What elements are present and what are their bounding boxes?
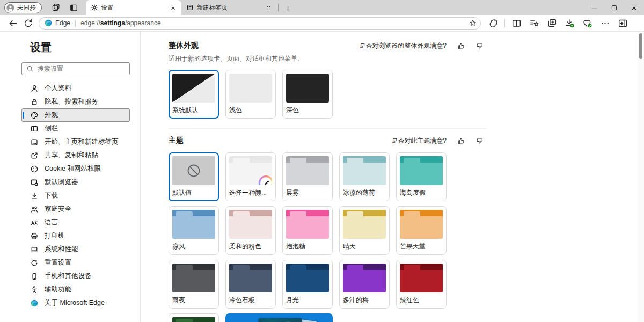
tab-new-tab[interactable]: 新建标签页 bbox=[181, 0, 277, 15]
address-bar[interactable]: Edge | edge://settings/appearance bbox=[39, 17, 481, 30]
copilot-icon[interactable] bbox=[485, 16, 501, 30]
search-input[interactable] bbox=[38, 65, 118, 72]
sidebar-item-about-edge[interactable]: 关于 Microsoft Edge bbox=[21, 296, 130, 310]
sidebar-item-label: 隐私、搜索和服务 bbox=[45, 97, 98, 106]
sidebar-item-privacy[interactable]: 隐私、搜索和服务 bbox=[21, 95, 130, 108]
minimize-button[interactable] bbox=[584, 0, 604, 15]
sidebar-item-label: 手机和其他设备 bbox=[45, 272, 92, 281]
reset-settings-icon bbox=[30, 259, 39, 267]
sidebar-panel-icon[interactable] bbox=[614, 16, 631, 30]
appearance-preview-light bbox=[229, 74, 272, 103]
card-label: 凉风 bbox=[172, 242, 215, 251]
tab-settings[interactable]: 设置 bbox=[86, 0, 181, 15]
settings-content: 整体外观 是否对浏览器的整体外观满意? 适用于新的选项卡、页面、对话框和其他菜单… bbox=[141, 32, 644, 322]
color-picker-badge[interactable] bbox=[259, 175, 272, 185]
theme-card-juicy-plum[interactable]: 多汁的梅 bbox=[339, 260, 390, 309]
downloads-icon[interactable] bbox=[561, 16, 577, 30]
refresh-button[interactable] bbox=[20, 16, 35, 30]
search-box[interactable] bbox=[21, 62, 130, 75]
page-title: 设置 bbox=[30, 40, 140, 55]
theme-preview-morning-mist bbox=[286, 156, 329, 185]
favorites-icon[interactable] bbox=[526, 16, 542, 30]
browser-essentials-icon[interactable] bbox=[579, 16, 595, 30]
theme-card-morning-mist[interactable]: 晨雾 bbox=[282, 152, 333, 201]
collections-icon[interactable] bbox=[544, 16, 560, 30]
tab-bar: 未同步 设置 新建标签页 bbox=[0, 0, 644, 15]
sidebar-item-sidebar[interactable]: 侧栏 bbox=[21, 122, 130, 135]
sidebar-item-phone-devices[interactable]: 手机和其他设备 bbox=[21, 269, 130, 283]
appearance-icon bbox=[30, 111, 39, 120]
appearance-preview-system-default bbox=[172, 74, 215, 103]
sidebar-item-languages[interactable]: 语言 bbox=[21, 216, 130, 229]
sidebar-item-default-browser[interactable]: 默认浏览器 bbox=[21, 175, 130, 189]
sidebar-item-reset-settings[interactable]: 重置设置 bbox=[21, 256, 130, 269]
theme-card-forest-green[interactable] bbox=[169, 313, 219, 322]
sidebar-item-label: 系统和性能 bbox=[45, 245, 78, 254]
theme-card-cool-mint[interactable]: 冰凉的薄荷 bbox=[339, 152, 390, 201]
theme-card-bubblegum[interactable]: 泡泡糖 bbox=[282, 206, 333, 255]
phone-devices-icon bbox=[30, 272, 39, 281]
sidebar-item-accessibility[interactable]: 辅助功能 bbox=[21, 283, 130, 296]
avatar-icon bbox=[6, 4, 14, 12]
close-window-button[interactable] bbox=[624, 0, 644, 15]
scrollbar[interactable] bbox=[638, 32, 644, 322]
tab-actions-icon[interactable] bbox=[67, 1, 82, 14]
appearance-option-dark[interactable]: 深色 bbox=[282, 70, 333, 119]
sidebar-item-label: 外观 bbox=[45, 111, 58, 120]
back-button[interactable] bbox=[5, 16, 20, 30]
maximize-button[interactable] bbox=[604, 0, 624, 15]
theme-card-spicy-red[interactable]: 辣红色 bbox=[396, 260, 447, 309]
profile-button[interactable]: 未同步 bbox=[4, 2, 42, 13]
sidebar-item-appearance[interactable]: 外观 bbox=[21, 108, 130, 122]
thumbs-up-icon[interactable] bbox=[454, 135, 468, 146]
new-tab-button[interactable] bbox=[281, 2, 296, 15]
edge-logo-icon bbox=[44, 19, 53, 27]
sidebar-item-profiles[interactable]: 个人资料 bbox=[21, 82, 130, 95]
theme-card-default[interactable]: 默认值 bbox=[169, 152, 219, 201]
theme-gallery-card[interactable] bbox=[225, 313, 333, 322]
sidebar-item-downloads[interactable]: 下载 bbox=[21, 189, 130, 202]
sidebar-item-start-home-newtab[interactable]: 开始、主页和新建标签页 bbox=[21, 135, 130, 149]
theme-grid: 默认值选择一种颜...晨雾冰凉的薄荷海岛度假凉风柔和的粉色泡泡糖晴天芒果天堂雨夜… bbox=[169, 152, 486, 322]
card-label: 芒果天堂 bbox=[400, 242, 443, 251]
more-menu-icon[interactable] bbox=[597, 16, 613, 30]
sidebar-item-printers[interactable]: 打印机 bbox=[21, 229, 130, 243]
card-label: 晨雾 bbox=[286, 188, 329, 197]
scrollbar-thumb[interactable] bbox=[639, 33, 642, 59]
close-tab-icon[interactable] bbox=[264, 3, 274, 12]
theme-card-cool-slate[interactable]: 冷色石板 bbox=[225, 260, 276, 309]
search-icon bbox=[26, 65, 34, 72]
theme-card-island-getaway[interactable]: 海岛度假 bbox=[396, 152, 447, 201]
thumbs-down-icon[interactable] bbox=[472, 135, 486, 146]
theme-tab-shape bbox=[176, 211, 193, 216]
theme-card-rainy-night[interactable]: 雨夜 bbox=[169, 260, 219, 309]
card-label: 选择一种颜... bbox=[229, 188, 272, 197]
theme-card-cool-breeze[interactable]: 凉风 bbox=[169, 206, 219, 255]
thumbs-up-icon[interactable] bbox=[454, 40, 468, 51]
theme-preview-rainy-night bbox=[172, 264, 215, 292]
sidebar-item-label: 共享、复制和粘贴 bbox=[45, 151, 98, 160]
sidebar-item-share-copy-paste[interactable]: 共享、复制和粘贴 bbox=[21, 149, 130, 162]
thumbs-down-icon[interactable] bbox=[472, 40, 486, 51]
appearance-option-light[interactable]: 浅色 bbox=[225, 70, 276, 119]
split-screen-icon[interactable] bbox=[508, 16, 524, 30]
appearance-option-system-default[interactable]: 系统默认 bbox=[169, 70, 219, 119]
appearance-options: 系统默认浅色深色 bbox=[169, 70, 486, 119]
favorite-star-icon[interactable] bbox=[469, 19, 477, 27]
chip-separator: | bbox=[75, 19, 76, 27]
workspaces-icon[interactable] bbox=[48, 1, 63, 14]
card-label: 多汁的梅 bbox=[343, 296, 386, 305]
sidebar-item-family-safety[interactable]: 家庭安全 bbox=[21, 202, 130, 216]
theme-card-soft-pink[interactable]: 柔和的粉色 bbox=[225, 206, 276, 255]
section-subtitle: 适用于新的选项卡、页面、对话框和其他菜单。 bbox=[169, 54, 486, 63]
theme-card-custom-color[interactable]: 选择一种颜... bbox=[225, 152, 276, 201]
settings-sidebar: 设置 个人资料隐私、搜索和服务外观侧栏开始、主页和新建标签页共享、复制和粘贴Co… bbox=[0, 32, 141, 322]
theme-card-mango-paradise[interactable]: 芒果天堂 bbox=[396, 206, 447, 255]
sidebar-item-cookies-permissions[interactable]: Cookie 和网站权限 bbox=[21, 162, 130, 175]
close-tab-icon[interactable] bbox=[169, 3, 178, 12]
settings-gear-icon bbox=[91, 4, 98, 11]
theme-tab-shape bbox=[404, 158, 420, 163]
theme-card-moonlight[interactable]: 月光 bbox=[282, 260, 333, 309]
theme-card-sunny-day[interactable]: 晴天 bbox=[339, 206, 390, 255]
sidebar-item-system-performance[interactable]: 系统和性能 bbox=[21, 243, 130, 256]
